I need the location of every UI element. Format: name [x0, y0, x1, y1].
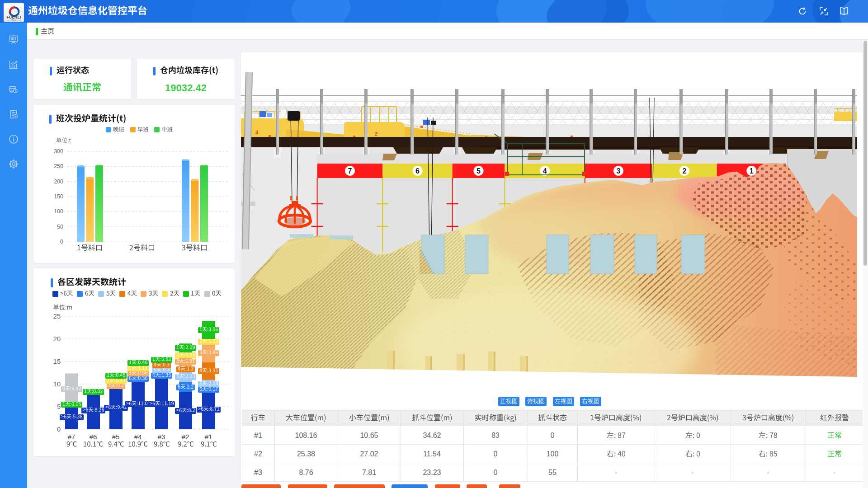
svg-text:0: 0 — [60, 239, 63, 245]
svg-text:6: 6 — [415, 167, 420, 175]
svg-text:25: 25 — [53, 313, 61, 320]
svg-text:20: 20 — [53, 335, 61, 343]
svg-text:5: 5 — [57, 403, 61, 410]
svg-text:3: 3 — [617, 167, 621, 175]
svg-text:福尔利: 福尔利 — [11, 19, 17, 22]
svg-text:2: 2 — [375, 131, 377, 136]
svg-text:2: 2 — [682, 167, 686, 175]
svg-text:3: 3 — [255, 130, 258, 135]
svg-text:5: 5 — [476, 167, 481, 175]
svg-text:7: 7 — [348, 167, 352, 175]
svg-text:250: 250 — [54, 163, 63, 169]
svg-text:100: 100 — [54, 208, 63, 215]
svg-text:10: 10 — [53, 380, 61, 388]
svg-text:50: 50 — [57, 224, 63, 230]
svg-text:1: 1 — [750, 167, 754, 175]
svg-text:300: 300 — [54, 148, 63, 155]
svg-text:150: 150 — [54, 193, 63, 200]
svg-text:15: 15 — [53, 358, 61, 365]
svg-text:0: 0 — [57, 426, 61, 433]
svg-text:200: 200 — [54, 178, 63, 185]
svg-text:4: 4 — [543, 167, 547, 175]
